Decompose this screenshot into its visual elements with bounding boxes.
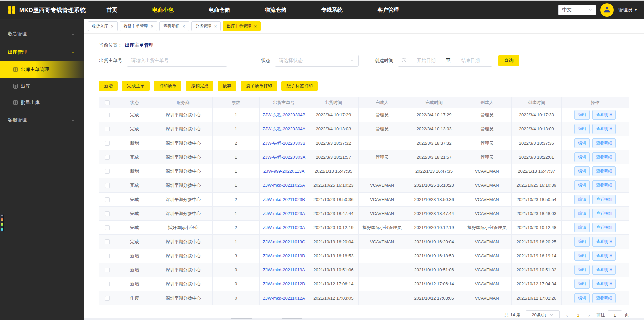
top-nav-item[interactable]: 首页 xyxy=(107,7,117,14)
select-all-checkbox[interactable] xyxy=(105,100,110,105)
top-nav-item[interactable]: 客户管理 xyxy=(378,7,399,14)
order-no-link[interactable]: ZJW-头程-20220303A xyxy=(262,155,305,160)
edit-button[interactable]: 编辑 xyxy=(574,223,590,232)
view-detail-button[interactable]: 查看明细 xyxy=(592,209,616,218)
action-button[interactable]: 袋子标签打印 xyxy=(281,81,318,91)
order-no-link[interactable]: ZJW-mkd-20211023A xyxy=(263,211,305,216)
tab-close-icon[interactable]: × xyxy=(111,24,114,29)
edit-button[interactable]: 编辑 xyxy=(574,152,590,162)
caret-down-icon: ▼ xyxy=(634,8,637,12)
sidebar-section[interactable]: 收货管理 xyxy=(0,24,84,43)
status-select[interactable]: 请选择状态 xyxy=(275,55,359,67)
row-checkbox[interactable] xyxy=(105,197,110,202)
view-detail-button[interactable]: 查看明细 xyxy=(592,195,616,204)
edge-extension-handle[interactable] xyxy=(0,214,4,232)
edit-button[interactable]: 编辑 xyxy=(574,166,590,176)
tab-close-icon[interactable]: × xyxy=(214,24,217,29)
order-no-link[interactable]: ZJW-头程-20220303B xyxy=(262,141,305,146)
view-detail-button[interactable]: 查看明细 xyxy=(592,251,616,261)
order-no-link[interactable]: ZJW-999-20220113A xyxy=(263,169,304,174)
row-checkbox[interactable] xyxy=(105,113,110,117)
prev-page-button[interactable]: ‹ xyxy=(565,312,569,318)
order-no-input[interactable]: 请输入出货主单号 xyxy=(127,55,227,67)
tab[interactable]: 查看明细× xyxy=(159,21,189,31)
edit-button[interactable]: 编辑 xyxy=(574,180,590,190)
tab-close-icon[interactable]: × xyxy=(151,24,154,29)
tab[interactable]: 分拣管理× xyxy=(191,21,221,31)
row-checkbox[interactable] xyxy=(105,296,110,301)
tab-close-icon[interactable]: × xyxy=(182,24,185,29)
edit-button[interactable]: 编辑 xyxy=(574,251,590,261)
row-checkbox[interactable] xyxy=(105,155,110,160)
avatar[interactable] xyxy=(600,3,614,17)
order-no-link[interactable]: ZJW-mkd-20211012A xyxy=(263,296,305,301)
row-checkbox[interactable] xyxy=(105,282,110,286)
sidebar-section[interactable]: 客服管理 xyxy=(0,111,84,129)
tab[interactable]: 收货主单管理× xyxy=(120,21,158,31)
edit-button[interactable]: 编辑 xyxy=(574,265,590,275)
sidebar-section[interactable]: 出库管理 xyxy=(0,43,84,61)
top-nav-item[interactable]: 电商仓储 xyxy=(209,7,230,14)
order-no-link[interactable]: ZJW-mkd-20211020A xyxy=(263,225,305,230)
next-page-button[interactable]: › xyxy=(587,312,591,318)
sidebar-item[interactable]: 批量出库 xyxy=(0,94,84,111)
row-checkbox[interactable] xyxy=(105,268,110,272)
view-detail-button[interactable]: 查看明细 xyxy=(592,166,616,176)
action-button[interactable]: 新增 xyxy=(99,81,118,91)
sidebar-item[interactable]: 出库 xyxy=(0,78,84,94)
edit-button[interactable]: 编辑 xyxy=(574,124,590,134)
view-detail-button[interactable]: 查看明细 xyxy=(592,152,616,162)
row-checkbox[interactable] xyxy=(105,183,110,188)
view-detail-button[interactable]: 查看明细 xyxy=(592,279,616,289)
sidebar-item[interactable]: 出库主单管理 xyxy=(0,61,84,78)
edit-button[interactable]: 编辑 xyxy=(574,209,590,218)
tab-close-icon[interactable]: × xyxy=(254,24,257,29)
action-button[interactable]: 废弃 xyxy=(218,81,236,91)
tab[interactable]: 出库主单管理× xyxy=(223,21,261,31)
row-checkbox[interactable] xyxy=(105,127,110,131)
row-checkbox[interactable] xyxy=(105,225,110,230)
view-detail-button[interactable]: 查看明细 xyxy=(592,293,616,303)
top-nav-item[interactable]: 电商小包 xyxy=(152,7,174,14)
edit-button[interactable]: 编辑 xyxy=(574,195,590,204)
view-detail-button[interactable]: 查看明细 xyxy=(592,223,616,232)
edit-button[interactable]: 编辑 xyxy=(574,279,590,289)
action-button[interactable]: 完成主单 xyxy=(122,81,150,91)
action-button[interactable]: 袋子清单打印 xyxy=(241,81,277,91)
top-nav-item[interactable]: 专线系统 xyxy=(321,7,343,14)
row-checkbox[interactable] xyxy=(105,211,110,216)
order-no-link[interactable]: ZJW-头程-20220304A xyxy=(262,126,305,131)
order-no-link[interactable]: ZJW-mkd-20211025A xyxy=(263,183,305,188)
view-detail-button[interactable]: 查看明细 xyxy=(592,124,616,134)
edit-button[interactable]: 编辑 xyxy=(574,293,590,303)
row-checkbox[interactable] xyxy=(105,141,110,146)
edit-button[interactable]: 编辑 xyxy=(574,110,590,120)
search-button[interactable]: 查询 xyxy=(498,55,519,66)
order-no-link[interactable]: ZJW-mkd-20211019A xyxy=(263,267,305,272)
row-checkbox[interactable] xyxy=(105,169,110,174)
order-no-link[interactable]: ZJW-mkd-20211019B xyxy=(263,253,305,258)
order-no-link[interactable]: ZJW-mkd-20211023B xyxy=(263,197,305,202)
edit-button[interactable]: 编辑 xyxy=(574,138,590,148)
order-no-link[interactable]: ZJW-头程-20220304B xyxy=(262,112,305,117)
current-page[interactable]: 1 xyxy=(574,313,582,318)
view-detail-button[interactable]: 查看明细 xyxy=(592,237,616,247)
cell-finish-time: 2021/10/12 17:03:05 xyxy=(406,291,463,305)
row-checkbox[interactable] xyxy=(105,254,110,258)
row-checkbox[interactable] xyxy=(105,239,110,244)
language-select[interactable]: 中文 xyxy=(558,5,596,15)
edit-button[interactable]: 编辑 xyxy=(574,237,590,247)
action-button[interactable]: 撤销完成 xyxy=(186,81,213,91)
view-detail-button[interactable]: 查看明细 xyxy=(592,265,616,275)
action-button[interactable]: 打印清单 xyxy=(154,81,181,91)
top-nav-item[interactable]: 物流仓储 xyxy=(265,7,286,14)
header-checkbox-cell xyxy=(99,97,115,108)
order-no-link[interactable]: ZJW-mkd-20211012B xyxy=(263,281,305,286)
tab[interactable]: 收货入库× xyxy=(88,21,118,31)
user-menu[interactable]: 管理员 ▼ xyxy=(618,7,637,13)
order-no-link[interactable]: ZJW-mkd-20211019C xyxy=(263,239,305,244)
view-detail-button[interactable]: 查看明细 xyxy=(592,138,616,148)
view-detail-button[interactable]: 查看明细 xyxy=(592,110,616,120)
create-time-range-picker[interactable]: 开始日期 至 结束日期 xyxy=(398,55,492,67)
view-detail-button[interactable]: 查看明细 xyxy=(592,180,616,190)
